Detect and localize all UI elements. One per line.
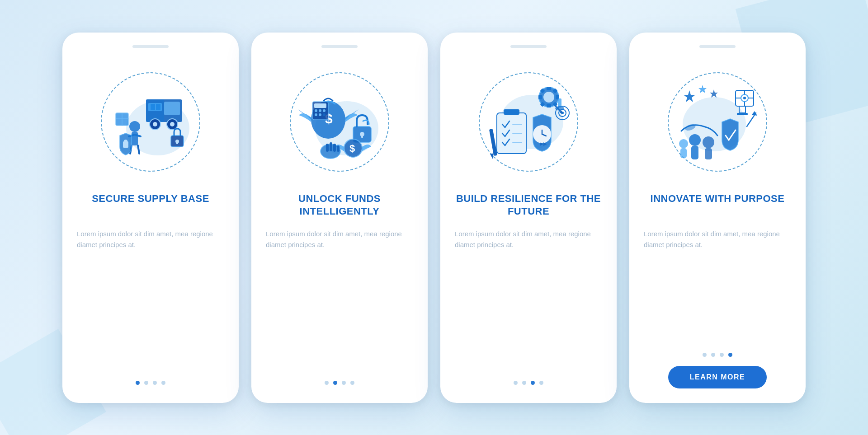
svg-rect-83 [737,113,748,115]
card-3-description: Lorem ipsum dolor sit dim amet, mea regi… [455,229,602,368]
svg-point-33 [323,113,326,116]
svg-marker-80 [698,85,707,93]
card-4-title: INNOVATE WITH PURPOSE [651,192,785,220]
illustration-area-1 [77,59,224,185]
svg-point-45 [543,92,554,103]
svg-point-89 [689,134,701,146]
svg-point-85 [743,97,746,99]
card-2-dots [325,381,354,385]
svg-point-28 [315,109,317,112]
phone-notch-4 [699,45,736,48]
card-4-dots [703,353,732,357]
dot-4-2 [711,353,715,357]
svg-rect-42 [333,144,336,152]
svg-text:$: $ [349,143,355,154]
dot-2-1 [325,381,329,385]
svg-point-91 [703,136,714,148]
phone-notch [132,45,169,48]
svg-point-4 [153,122,157,126]
svg-point-86 [684,123,697,131]
cards-container: SECURE SUPPLY BASE Lorem ipsum dolor sit… [62,33,806,403]
svg-rect-41 [330,142,332,151]
illustration-area-3 [455,59,602,185]
svg-marker-81 [710,89,718,98]
svg-point-10 [129,121,140,132]
svg-rect-9 [156,104,160,110]
card-4-description: Lorem ipsum dolor sit dim amet, mea regi… [644,229,791,340]
svg-marker-96 [752,111,757,116]
dot-4-4 [728,353,732,357]
dot-1-3 [153,381,157,385]
card-innovate: INNOVATE WITH PURPOSE Lorem ipsum dolor … [629,33,806,403]
resilience-icon [479,77,578,167]
svg-rect-8 [151,104,155,110]
card-1-description: Lorem ipsum dolor sit dim amet, mea regi… [77,229,224,368]
svg-rect-40 [326,144,329,152]
svg-rect-92 [705,148,712,159]
card-build-resilience: BUILD RESILIENCE FOR THE FUTURE Lorem ip… [440,33,617,403]
supply-chain-icon [101,77,200,167]
svg-rect-62 [504,109,519,115]
dot-2-4 [350,381,354,385]
dot-4-3 [720,353,724,357]
svg-point-32 [319,113,321,116]
learn-more-button[interactable]: LEARN MORE [668,366,767,388]
card-secure-supply: SECURE SUPPLY BASE Lorem ipsum dolor sit… [62,33,239,403]
svg-rect-43 [337,145,340,152]
svg-point-30 [323,109,326,112]
phone-notch-3 [510,45,547,48]
svg-rect-36 [361,134,363,138]
dot-3-4 [539,381,543,385]
dot-1-2 [144,381,148,385]
dot-3-1 [514,381,518,385]
funds-unlock-icon: $ [290,77,389,167]
svg-point-60 [555,106,564,111]
card-unlock-funds: $ [251,33,428,403]
dot-1-4 [161,381,165,385]
dot-2-3 [342,381,346,385]
svg-point-31 [315,113,317,116]
illustration-area-2: $ [266,59,413,185]
card-3-dots [514,381,543,385]
svg-rect-27 [314,103,326,108]
svg-line-15 [138,145,139,154]
dot-3-2 [522,381,526,385]
card-1-title: SECURE SUPPLY BASE [92,192,209,220]
svg-rect-46 [547,87,551,90]
illustration-area-4 [644,59,791,185]
dot-4-1 [703,353,707,357]
dot-2-2 [333,381,337,385]
svg-rect-47 [547,104,551,108]
innovate-icon [668,77,767,167]
svg-point-6 [170,122,175,126]
dot-1-1 [136,381,140,385]
svg-rect-90 [691,146,698,159]
svg-point-17 [124,140,127,143]
svg-point-29 [319,109,321,112]
card-2-description: Lorem ipsum dolor sit dim amet, mea regi… [266,229,413,368]
svg-point-93 [679,139,688,148]
svg-marker-79 [684,90,695,102]
card-2-title: UNLOCK FUNDS INTELLIGENTLY [266,192,413,220]
phone-notch-2 [321,45,358,48]
card-1-dots [136,381,165,385]
svg-rect-20 [176,141,178,144]
dot-3-3 [531,381,535,385]
svg-rect-2 [164,102,180,115]
svg-rect-94 [680,148,687,158]
svg-rect-72 [489,128,497,155]
card-3-title: BUILD RESILIENCE FOR THE FUTURE [455,192,602,220]
svg-rect-48 [538,95,542,99]
